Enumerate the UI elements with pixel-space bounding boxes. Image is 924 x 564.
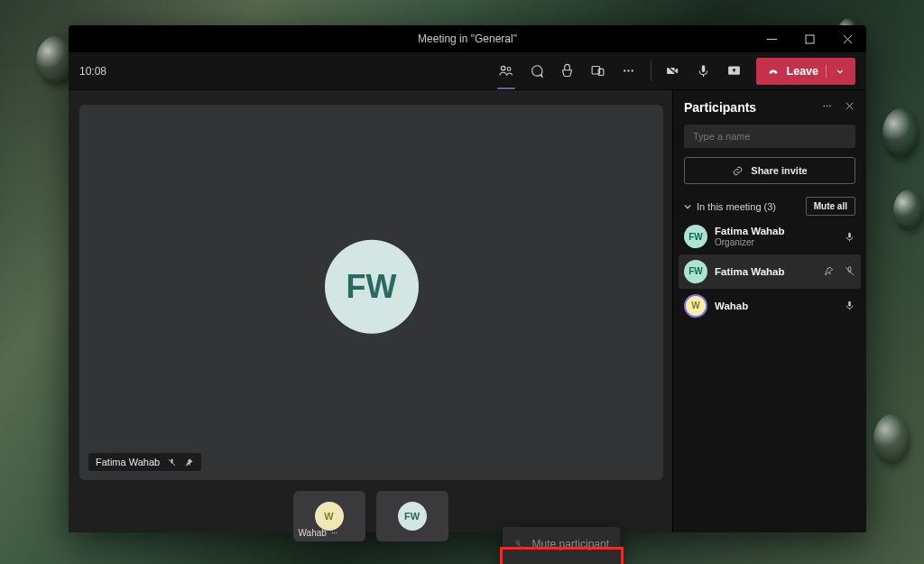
participants-panel: Participants Share invite I (672, 90, 866, 532)
thumbnail-tile[interactable]: W Wahab (293, 491, 365, 541)
avatar: FW (684, 225, 707, 248)
share-invite-button[interactable]: Share invite (684, 157, 855, 184)
main-video-tile[interactable]: FW Fatima Wahab (79, 105, 663, 480)
participant-row[interactable]: FW Fatima Wahab (679, 254, 861, 289)
minimize-icon (767, 34, 777, 44)
participant-name: Fatima Wahab (715, 225, 836, 237)
more-actions-button[interactable] (614, 57, 643, 86)
svg-point-18 (827, 106, 828, 107)
camera-button[interactable] (659, 57, 688, 86)
mic-off-icon (513, 538, 523, 550)
chevron-down-icon (834, 65, 846, 78)
participant-name-tag: Fatima Wahab (88, 453, 201, 471)
leave-button[interactable]: Leave (756, 58, 855, 85)
maximize-button[interactable] (790, 25, 828, 52)
svg-point-1 (501, 66, 505, 70)
mic-muted-icon (167, 458, 177, 467)
main-avatar: FW (325, 240, 419, 334)
participant-row[interactable]: W Wahab (684, 289, 855, 323)
svg-point-2 (507, 68, 511, 71)
svg-point-11 (331, 532, 332, 533)
mic-icon[interactable] (844, 300, 855, 311)
svg-rect-0 (806, 35, 814, 43)
thumbnail-avatar: FW (398, 502, 427, 531)
context-menu: Mute participant Pin Spotlight (503, 527, 620, 564)
close-icon (844, 100, 855, 112)
panel-title: Participants (684, 100, 756, 115)
meeting-toolbar: 10:08 (69, 52, 866, 90)
maximize-icon (805, 34, 815, 44)
participant-role: Organizer (715, 237, 836, 249)
participant-list: FW Fatima Wahab Organizer FW Fatima Waha… (684, 219, 855, 323)
svg-point-17 (823, 106, 825, 107)
ctx-pin[interactable]: Pin (503, 558, 620, 564)
minimize-button[interactable] (753, 25, 790, 52)
svg-point-7 (632, 69, 633, 71)
more-icon (821, 100, 833, 112)
leave-label: Leave (787, 65, 818, 78)
caret-down-icon (684, 203, 691, 210)
video-stage: FW Fatima Wahab W Wahab FW (69, 90, 672, 532)
mic-muted-icon[interactable] (844, 265, 855, 277)
participant-search-input[interactable] (684, 125, 855, 148)
svg-point-6 (627, 69, 629, 71)
titlebar: Meeting in "General" (69, 25, 866, 52)
panel-more-button[interactable] (821, 99, 833, 116)
svg-point-12 (334, 532, 335, 533)
close-icon (843, 34, 853, 44)
thumbnail-avatar: W (315, 502, 344, 531)
avatar: FW (684, 260, 707, 283)
pin-icon (184, 458, 194, 467)
meeting-duration: 10:08 (79, 65, 106, 78)
hangup-icon (767, 65, 780, 78)
svg-rect-8 (702, 65, 706, 72)
participant-name: Wahab (715, 300, 836, 312)
svg-rect-20 (848, 233, 851, 238)
panel-close-button[interactable] (844, 99, 855, 116)
mute-all-button[interactable]: Mute all (806, 197, 855, 216)
reactions-button[interactable] (553, 57, 582, 86)
link-icon (732, 165, 744, 177)
close-button[interactable] (828, 25, 866, 52)
avatar: W (684, 294, 707, 318)
window-title: Meeting in "General" (418, 32, 517, 45)
participants-button[interactable] (492, 57, 521, 86)
svg-rect-22 (848, 301, 851, 307)
more-icon[interactable] (330, 529, 338, 537)
microphone-button[interactable] (689, 57, 718, 86)
share-invite-label: Share invite (751, 165, 807, 176)
svg-point-5 (624, 69, 625, 71)
participant-name: Fatima Wahab (715, 265, 816, 278)
participant-row[interactable]: FW Fatima Wahab Organizer (684, 219, 855, 254)
mic-icon[interactable] (844, 231, 855, 243)
svg-point-19 (829, 106, 831, 107)
chat-button[interactable] (522, 57, 551, 86)
ctx-mute-participant[interactable]: Mute participant (503, 531, 620, 558)
section-label: In this meeting (3) (697, 201, 776, 212)
thumbnail-tile[interactable]: FW (376, 491, 448, 541)
rooms-button[interactable] (584, 57, 613, 86)
participant-name: Fatima Wahab (96, 457, 160, 467)
svg-point-13 (336, 532, 337, 533)
section-toggle[interactable]: In this meeting (3) (684, 201, 776, 212)
ctx-mute-label: Mute participant (532, 538, 609, 550)
thumbnail-name: Wahab (299, 528, 327, 538)
leave-dropdown[interactable] (826, 65, 846, 78)
separator (651, 61, 651, 81)
meeting-window: Meeting in "General" 10:08 (69, 25, 866, 532)
share-screen-button[interactable] (720, 57, 749, 86)
pin-icon[interactable] (823, 265, 835, 277)
